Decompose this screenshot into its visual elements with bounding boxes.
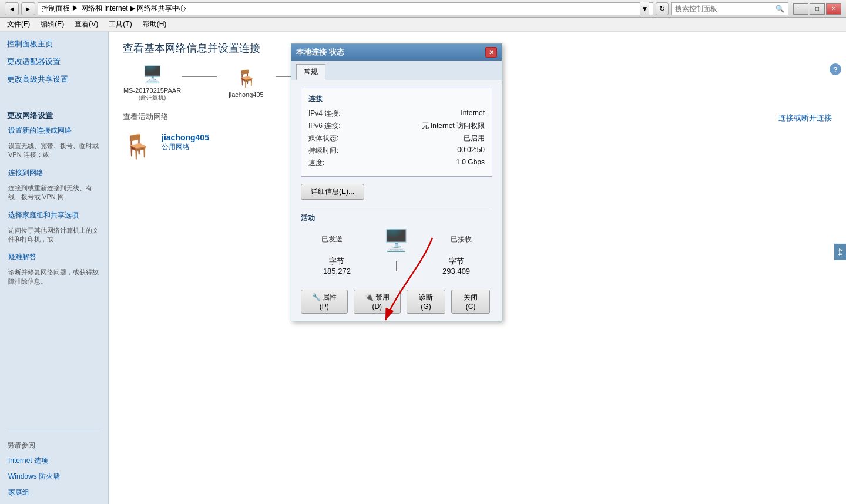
speed-label: 速度: <box>308 158 367 168</box>
back-button[interactable]: ◄ <box>5 2 19 15</box>
sidebar-desc-connect-network: 连接到或重新连接到无线、有线、拨号或 VPN 网 <box>0 183 108 206</box>
activity-title: 活动 <box>301 213 492 223</box>
network-icon-large: 🪑 <box>123 133 152 160</box>
sidebar-item-new-connection[interactable]: 设置新的连接或网络 <box>0 123 108 138</box>
network-type[interactable]: 公用网络 <box>162 142 209 152</box>
content-area: 查看基本网络信息并设置连接 🖥️ MS-20170215PAAR (此计算机) … <box>109 32 846 504</box>
sidebar-also-homegroup[interactable]: 家庭组 <box>0 486 108 499</box>
computer-icon: 🖥️ <box>137 62 167 86</box>
search-icon: 🔍 <box>776 5 784 13</box>
nav-bar: ◄ ► 控制面板 ▶ 网络和 Internet ▶ 网络和共享中心 ▼ ↻ 🔍 <box>5 2 788 15</box>
received-col: 已接收 <box>451 234 472 247</box>
menu-bar: 文件(F) 编辑(E) 查看(V) 工具(T) 帮助(H) <box>0 18 846 32</box>
address-bar[interactable]: 控制面板 ▶ 网络和 Internet ▶ 网络和共享中心 ▼ <box>38 2 653 15</box>
feedback-button[interactable]: 44 <box>834 244 846 260</box>
duration-value: 00:02:50 <box>367 146 485 156</box>
menu-edit[interactable]: 编辑(E) <box>36 18 69 31</box>
ipv6-label: IPv6 连接: <box>308 121 367 131</box>
connection-section: 连接 IPv4 连接: Internet IPv6 连接: 无 Internet… <box>301 88 492 177</box>
title-bar: ◄ ► 控制面板 ▶ 网络和 Internet ▶ 网络和共享中心 ▼ ↻ 🔍 … <box>0 0 846 18</box>
menu-help[interactable]: 帮助(H) <box>138 18 172 31</box>
sidebar-link-home[interactable]: 控制面板主页 <box>0 36 108 52</box>
ipv4-value: Internet <box>367 109 485 119</box>
close-dialog-button[interactable]: 关闭(C) <box>451 290 490 314</box>
disable-button[interactable]: 🔌 禁用(D) <box>354 290 401 314</box>
router-icon: 🪑 <box>231 66 261 90</box>
net-line-1 <box>182 76 217 77</box>
sidebar-also-internet[interactable]: Internet 选项 <box>0 454 108 468</box>
sidebar-desc-homegroup: 访问位于其他网络计算机上的文件和打印机，或 <box>0 225 108 248</box>
bytes-label-left: 字节 <box>329 256 344 267</box>
bytes-label-right: 字节 <box>449 256 464 267</box>
change-network-section: 更改网络设置 <box>0 110 108 121</box>
properties-button[interactable]: 🔧 属性(P) <box>301 290 348 314</box>
menu-view[interactable]: 查看(V) <box>70 18 103 31</box>
info-row-ipv4: IPv4 连接: Internet <box>308 109 485 119</box>
search-bar: 🔍 <box>671 2 788 15</box>
menu-file[interactable]: 文件(F) <box>2 18 35 31</box>
maximize-button[interactable]: □ <box>810 3 825 15</box>
active-network-label: 查看活动网络 <box>123 112 169 122</box>
dialog-body: 连接 IPv4 连接: Internet IPv6 连接: 无 Internet… <box>291 80 502 290</box>
computer-sublabel: (此计算机) <box>139 94 166 102</box>
diagnose-button[interactable]: 诊断(G) <box>407 290 445 314</box>
net-item-router: 🪑 jiachong405 <box>217 66 276 98</box>
activity-section: 活动 已发送 🖥️ 已接收 字节 <box>301 207 492 275</box>
sidebar-link-adapter[interactable]: 更改适配器设置 <box>0 54 108 69</box>
sidebar-divider <box>7 431 101 431</box>
activity-row-values: 字节 185,272 | 字节 293,409 <box>301 256 492 275</box>
sidebar-item-homegroup[interactable]: 选择家庭组和共享选项 <box>0 208 108 223</box>
sidebar: 控制面板主页 更改适配器设置 更改高级共享设置 更改网络设置 设置新的连接或网络… <box>0 32 109 504</box>
dialog-footer: 🔧 属性(P) 🔌 禁用(D) 诊断(G) 关闭(C) <box>291 290 502 321</box>
minimize-button[interactable]: — <box>793 3 808 15</box>
dialog-close-button[interactable]: ✕ <box>485 47 497 58</box>
local-connection-dialog: 本地连接 状态 ✕ 常规 连接 IPv4 连接: Internet IPv6 连… <box>291 43 502 321</box>
connect-disconnect-link[interactable]: 连接或断开连接 <box>778 113 832 123</box>
close-button[interactable]: ✕ <box>826 3 841 15</box>
received-label: 已接收 <box>451 234 472 244</box>
menu-tools[interactable]: 工具(T) <box>104 18 136 31</box>
duration-label: 持续时间: <box>308 146 367 156</box>
sidebar-also-label: 另请参阅 <box>0 437 108 452</box>
sidebar-item-troubleshoot[interactable]: 疑难解答 <box>0 250 108 264</box>
network-icon-col: 🖥️ <box>383 228 409 253</box>
router-name: jiachong405 <box>229 91 263 98</box>
main-layout: 控制面板主页 更改适配器设置 更改高级共享设置 更改网络设置 设置新的连接或网络… <box>0 32 846 504</box>
net-item-computer: 🖥️ MS-20170215PAAR (此计算机) <box>123 62 182 102</box>
help-button[interactable]: ? <box>830 63 841 75</box>
search-input[interactable] <box>675 5 773 13</box>
details-button[interactable]: 详细信息(E)... <box>301 184 364 200</box>
sent-col: 已发送 <box>321 234 343 247</box>
dialog-title-text: 本地连接 状态 <box>296 47 485 58</box>
network-name[interactable]: jiachong405 <box>162 133 209 142</box>
dialog-tab-general[interactable]: 常规 <box>296 64 325 80</box>
ipv6-value: 无 Internet 访问权限 <box>367 121 485 131</box>
activity-separator: | <box>395 260 398 272</box>
address-dropdown[interactable]: ▼ <box>640 2 649 15</box>
media-label: 媒体状态: <box>308 133 367 143</box>
sidebar-link-sharing[interactable]: 更改高级共享设置 <box>0 72 108 87</box>
info-row-ipv6: IPv6 连接: 无 Internet 访问权限 <box>308 121 485 131</box>
sidebar-item-connect-network[interactable]: 连接到网络 <box>0 166 108 180</box>
sidebar-desc-troubleshoot: 诊断并修复网络问题，或获得故障排除信息。 <box>0 267 108 290</box>
received-bytes-col: 字节 293,409 <box>442 256 470 275</box>
sent-bytes-col: 字节 185,272 <box>323 256 351 275</box>
dialog-title-bar: 本地连接 状态 ✕ <box>291 44 502 61</box>
info-row-duration: 持续时间: 00:02:50 <box>308 146 485 156</box>
received-bytes-value: 293,409 <box>442 267 470 275</box>
address-text: 控制面板 ▶ 网络和 Internet ▶ 网络和共享中心 <box>42 4 637 14</box>
network-activity-icon: 🖥️ <box>383 228 409 253</box>
computer-name: MS-20170215PAAR <box>123 87 181 94</box>
forward-button[interactable]: ► <box>21 2 35 15</box>
sidebar-desc-new-connection: 设置无线、宽带、拨号、临时或 VPN 连接；或 <box>0 140 108 163</box>
sent-bytes-value: 185,272 <box>323 267 351 275</box>
sidebar-also-firewall[interactable]: Windows 防火墙 <box>0 470 108 483</box>
sent-label: 已发送 <box>321 234 343 244</box>
activity-row-labels: 已发送 🖥️ 已接收 <box>301 228 492 253</box>
refresh-button[interactable]: ↻ <box>656 2 669 15</box>
info-row-media: 媒体状态: 已启用 <box>308 133 485 143</box>
ipv4-label: IPv4 连接: <box>308 109 367 119</box>
media-value: 已启用 <box>367 133 485 143</box>
info-row-speed: 速度: 1.0 Gbps <box>308 158 485 168</box>
speed-value: 1.0 Gbps <box>367 158 485 168</box>
